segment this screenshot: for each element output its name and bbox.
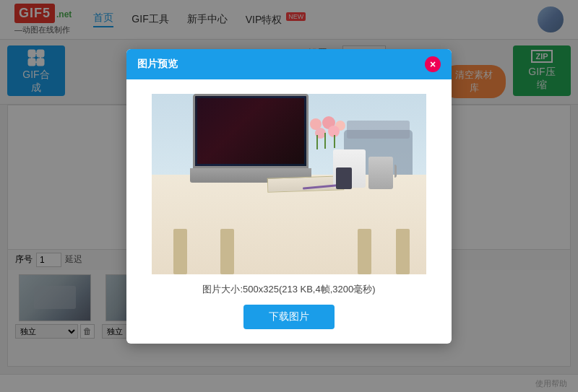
laptop-screen (193, 94, 309, 168)
modal-title: 图片预览 (137, 58, 178, 71)
stem-2 (324, 133, 326, 149)
scene-table-leg-1 (173, 229, 187, 274)
modal-image (152, 94, 426, 274)
modal-header: 图片预览 × (126, 49, 452, 79)
overlay: 图片预览 × (0, 0, 578, 392)
mug-handle (392, 165, 397, 178)
modal-body: 图片大小:500x325(213 KB,4帧,3200毫秒) 下载图片 (126, 79, 452, 344)
modal-download-button[interactable]: 下载图片 (243, 305, 335, 329)
scene-phone (336, 167, 353, 189)
modal-info: 图片大小:500x325(213 KB,4帧,3200毫秒) (202, 283, 375, 296)
preview-modal: 图片预览 × (126, 49, 452, 344)
stem-1 (316, 135, 318, 149)
scene (152, 94, 426, 274)
scene-table-leg-4 (396, 229, 410, 274)
modal-close-button[interactable]: × (425, 56, 441, 72)
scene-table-leg-3 (358, 229, 371, 274)
scene-table-leg-2 (220, 229, 234, 274)
scene-mug (368, 157, 393, 189)
flowers (306, 115, 392, 153)
stem-3 (334, 135, 335, 148)
